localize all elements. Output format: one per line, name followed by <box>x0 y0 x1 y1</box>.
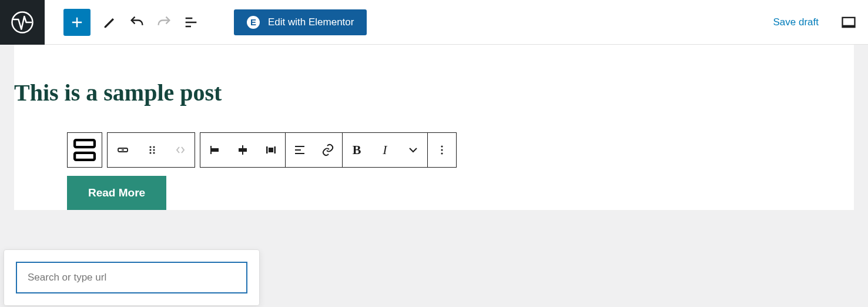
document-overview-button[interactable] <box>177 9 205 36</box>
edit-with-elementor-button[interactable]: E Edit with Elementor <box>234 9 367 35</box>
svg-rect-2 <box>75 140 95 147</box>
svg-rect-14 <box>269 148 273 152</box>
svg-point-5 <box>149 146 151 148</box>
undo-button[interactable] <box>123 9 150 36</box>
svg-rect-11 <box>212 149 218 151</box>
svg-rect-15 <box>274 146 276 154</box>
svg-point-6 <box>153 146 155 148</box>
svg-point-17 <box>441 149 443 151</box>
post-title[interactable]: This is a sample post <box>14 79 854 106</box>
svg-point-9 <box>149 152 151 154</box>
align-left-icon[interactable] <box>200 133 229 167</box>
preview-button[interactable] <box>835 9 862 36</box>
svg-point-16 <box>441 145 443 147</box>
editor-canvas: This is a sample post te <box>14 45 854 210</box>
edit-mode-button[interactable] <box>96 9 123 36</box>
block-type-button[interactable] <box>67 132 102 168</box>
align-justify-icon[interactable] <box>257 133 285 167</box>
elementor-label: Edit with Elementor <box>268 16 354 28</box>
svg-rect-3 <box>75 153 95 160</box>
options-icon[interactable] <box>428 133 456 167</box>
svg-rect-12 <box>239 149 246 151</box>
svg-point-7 <box>149 149 151 151</box>
svg-point-8 <box>153 149 155 151</box>
italic-button[interactable]: I <box>371 133 399 167</box>
move-updown-icon[interactable] <box>166 133 195 167</box>
add-block-button[interactable] <box>63 9 91 36</box>
text-align-icon[interactable] <box>286 133 314 167</box>
save-draft-button[interactable]: Save draft <box>773 16 819 28</box>
block-toolbar: B I <box>67 132 854 168</box>
link-icon[interactable] <box>314 133 342 167</box>
top-toolbar: E Edit with Elementor Save draft <box>0 0 868 45</box>
svg-point-18 <box>441 152 443 154</box>
svg-rect-1 <box>843 17 855 25</box>
redo-button[interactable] <box>150 9 177 36</box>
more-formatting-icon[interactable] <box>399 133 427 167</box>
wordpress-logo[interactable] <box>0 0 45 45</box>
drag-handle-icon[interactable] <box>138 133 166 167</box>
svg-point-10 <box>153 152 155 154</box>
elementor-icon: E <box>247 16 260 29</box>
transform-button-icon[interactable] <box>108 133 138 167</box>
link-popover <box>4 249 260 306</box>
link-url-input[interactable] <box>16 262 247 293</box>
align-center-icon[interactable] <box>229 133 257 167</box>
svg-rect-13 <box>266 146 268 154</box>
bold-button[interactable]: B <box>343 133 371 167</box>
read-more-button[interactable]: Read More <box>67 176 166 210</box>
